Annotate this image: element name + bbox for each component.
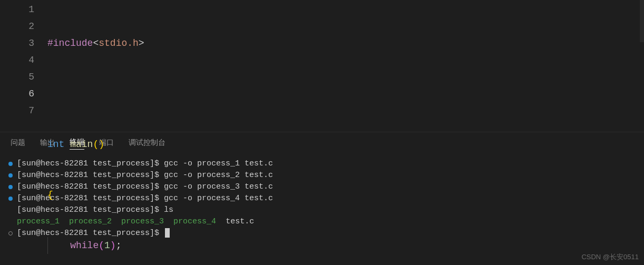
- bullet-icon: [8, 231, 13, 235]
- code-line[interactable]: {: [47, 187, 644, 203]
- terminal-text: [sun@hecs-82281 test_process]$ gcc -o pr…: [17, 170, 273, 181]
- line-number: 3: [0, 35, 34, 52]
- bullet-icon: [8, 162, 13, 166]
- paren-token: (: [93, 139, 99, 150]
- line-number: 1: [0, 1, 34, 18]
- keyword-token: int: [47, 139, 64, 150]
- terminal-text: [sun@hecs-82281 test_process]$ ls: [17, 204, 173, 216]
- code-line[interactable]: [47, 85, 644, 102]
- function-token: main: [70, 139, 93, 150]
- line-number-gutter: 1 2 3 4 5 6 7: [0, 0, 47, 132]
- line-number: 5: [0, 68, 34, 85]
- line-number: 2: [0, 18, 34, 35]
- control-token: while: [70, 240, 99, 251]
- tab-problems[interactable]: 问题: [11, 138, 25, 150]
- line-number: 6: [0, 85, 34, 102]
- bullet-icon: [8, 197, 13, 201]
- bullet-icon: [8, 185, 13, 189]
- bullet-icon: [8, 173, 13, 178]
- watermark-text: CSDN @长安0511: [581, 252, 639, 262]
- code-content[interactable]: #include<stdio.h> int main() { while(1);…: [47, 0, 644, 132]
- punct-token: <: [93, 38, 99, 48]
- paren-token: (: [99, 240, 104, 251]
- brace-token: {: [47, 190, 53, 200]
- code-line[interactable]: while(1);: [47, 237, 644, 254]
- line-number: 4: [0, 52, 34, 68]
- paren-token: ): [110, 240, 116, 251]
- punct-token: ;: [116, 240, 122, 251]
- code-line[interactable]: int main(): [47, 136, 644, 153]
- line-number: 7: [0, 102, 34, 119]
- terminal-text: [sun@hecs-82281 test_process]$ gcc -o pr…: [17, 158, 273, 170]
- terminal-text: process_1 process_2 process_3 process_4 …: [17, 216, 254, 228]
- code-editor[interactable]: 1 2 3 4 5 6 7 #include<stdio.h> int main…: [0, 0, 644, 132]
- punct-token: >: [139, 38, 144, 48]
- header-token: stdio.h: [99, 38, 139, 48]
- preprocessor-token: #include: [47, 38, 93, 48]
- code-line[interactable]: #include<stdio.h>: [47, 35, 644, 52]
- cursor-icon: [165, 228, 170, 238]
- indent-guide: [47, 237, 48, 254]
- paren-token: ): [99, 139, 104, 150]
- number-token: 1: [104, 240, 110, 251]
